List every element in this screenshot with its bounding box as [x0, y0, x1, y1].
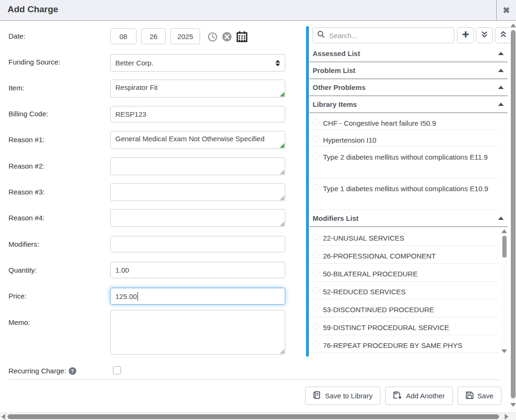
library-item[interactable]: Type 1 diabetes mellitus without complic… — [309, 178, 499, 210]
quantity-label: Quantity: — [8, 266, 37, 274]
footer-divider — [8, 380, 501, 380]
horizontal-scrollbar[interactable] — [0, 412, 516, 420]
date-year-input[interactable] — [170, 28, 200, 44]
modifier-item[interactable]: 50-BILATERAL PROCEDURE — [309, 264, 499, 282]
save-plus-icon — [393, 391, 402, 401]
scroll-down-icon[interactable] — [501, 349, 507, 353]
reason2-input[interactable] — [110, 157, 285, 175]
modifier-item[interactable]: 59-DISTINCT PROCEDURAL SERVICE — [309, 317, 499, 335]
section-header-assessed-list[interactable]: Assessed List — [309, 45, 508, 62]
reason3-label: Reason #3: — [8, 188, 45, 196]
date-day-input[interactable] — [141, 28, 166, 44]
scroll-left-icon[interactable] — [1, 414, 5, 420]
radio-icon[interactable] — [313, 153, 319, 159]
save-to-library-button[interactable]: Save to Library — [305, 387, 380, 405]
text-caret — [137, 292, 138, 301]
section-header-problem-list[interactable]: Problem List — [309, 62, 508, 79]
save-button[interactable]: Save — [458, 387, 501, 405]
add-item-button[interactable] — [457, 27, 474, 43]
save-icon — [466, 391, 474, 401]
resize-grip-icon[interactable] — [280, 143, 284, 148]
resize-grip-icon[interactable] — [280, 92, 284, 97]
date-icon-group — [208, 31, 248, 42]
radio-icon[interactable] — [313, 136, 319, 142]
chevron-double-down-icon — [480, 30, 489, 40]
reason4-input[interactable] — [110, 209, 285, 227]
radio-icon[interactable] — [313, 323, 319, 330]
calendar-icon[interactable] — [236, 31, 248, 42]
library-item[interactable]: Type 2 diabetes mellitus without complic… — [309, 147, 499, 178]
vertical-scrollbar[interactable] — [510, 21, 516, 412]
recurring-charge-checkbox[interactable] — [113, 366, 121, 374]
radio-icon[interactable] — [313, 341, 319, 347]
billing-code-input[interactable] — [110, 106, 285, 122]
modifiers-input[interactable] — [110, 236, 285, 252]
scrollbar-thumb[interactable] — [502, 236, 507, 258]
clock-icon[interactable] — [208, 32, 218, 42]
collapse-arrow-icon — [498, 69, 504, 72]
reason2-label: Reason #2: — [8, 162, 45, 170]
price-label: Price: — [8, 292, 26, 300]
scroll-up-icon[interactable] — [501, 229, 507, 233]
radio-icon[interactable] — [313, 251, 319, 258]
collapse-arrow-icon — [498, 217, 504, 220]
date-month-input[interactable] — [110, 28, 137, 44]
scrollbar-thumb[interactable] — [8, 414, 499, 419]
resize-grip-icon[interactable] — [280, 221, 284, 226]
clear-date-icon[interactable] — [222, 32, 232, 42]
reason1-label: Reason #1: — [8, 136, 45, 144]
library-item[interactable]: CHF - Congestive heart failure I50.9 — [309, 113, 499, 130]
section-header-library-items[interactable]: Library Items — [309, 96, 508, 113]
scroll-right-icon[interactable] — [505, 414, 508, 420]
collapse-arrow-icon — [498, 103, 504, 106]
add-another-button[interactable]: Add Another — [385, 387, 453, 405]
modifiers-label: Modifiers: — [8, 240, 39, 248]
search-icon — [317, 31, 325, 40]
collapse-arrow-icon — [498, 86, 504, 89]
expand-all-button[interactable] — [476, 27, 493, 43]
section-header-modifiers-list[interactable]: Modifiers List — [309, 210, 508, 227]
collapse-arrow-icon — [498, 52, 504, 55]
resize-grip-icon[interactable] — [280, 170, 284, 174]
radio-icon[interactable] — [313, 305, 319, 312]
scroll-up-icon[interactable] — [510, 24, 516, 27]
section-header-other-problems[interactable]: Other Problems — [309, 79, 508, 96]
quantity-input[interactable] — [110, 262, 285, 278]
scrollbar-thumb[interactable] — [511, 30, 516, 398]
book-icon — [313, 391, 321, 401]
radio-icon[interactable] — [313, 287, 319, 294]
plus-icon — [461, 30, 470, 40]
radio-icon[interactable] — [313, 269, 319, 276]
footer-actions: Save to Library Add Another Save — [305, 387, 501, 405]
modifier-item[interactable]: 22-UNUSUAL SERVICES — [309, 228, 499, 246]
price-value: 125.00 — [115, 292, 137, 300]
close-button[interactable]: ✖ — [496, 0, 516, 21]
date-label: Date: — [8, 32, 25, 40]
modal-header: Add Charge ✖ — [0, 0, 516, 21]
collapse-all-button[interactable] — [495, 27, 512, 43]
select-updown-icon — [275, 60, 280, 66]
resize-grip-icon[interactable] — [280, 349, 284, 354]
modifiers-list-scrollbar[interactable] — [501, 228, 508, 354]
funding-source-select[interactable]: Better Corp. — [110, 54, 285, 72]
modifier-item[interactable]: 52-REDUCED SERVICES — [309, 282, 499, 299]
modifier-item[interactable]: 53-DISCONTINUED PROCEDURE — [309, 299, 499, 317]
price-input[interactable]: 125.00 — [110, 288, 285, 305]
reason1-input[interactable]: General Medical Exam Not Otherwise Speci… — [110, 131, 285, 149]
billing-code-label: Billing Code: — [8, 110, 48, 118]
modifier-item[interactable]: 76-REPEAT PROCEDURE BY SAME PHYS — [309, 335, 499, 353]
modifier-item[interactable]: 26-PROFESSIONAL COMPONENT — [309, 246, 499, 264]
memo-input[interactable] — [110, 310, 285, 355]
add-charge-modal: Add Charge ✖ Date: Funding Sou — [0, 0, 516, 420]
reason3-input[interactable] — [110, 183, 285, 201]
library-item[interactable]: Hypertension I10 — [309, 130, 499, 147]
search-input[interactable] — [328, 31, 450, 40]
radio-icon[interactable] — [313, 119, 319, 125]
panel-search — [313, 27, 454, 43]
radio-icon[interactable] — [313, 234, 319, 240]
item-input[interactable]: Respirator Fit — [110, 80, 285, 97]
radio-icon[interactable] — [313, 184, 319, 191]
resize-grip-icon[interactable] — [280, 195, 284, 200]
scroll-down-icon[interactable] — [510, 403, 516, 407]
question-circle-icon[interactable]: ? — [69, 367, 76, 375]
